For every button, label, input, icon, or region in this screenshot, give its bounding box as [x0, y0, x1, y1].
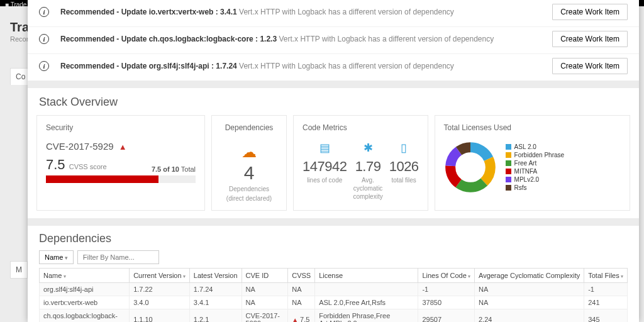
cell-cve: CVE-2017-5929 [242, 309, 288, 323]
code-metrics-card: Code Metrics ▤ 147942 lines of code✱ 1.7… [293, 115, 428, 211]
cell-license: Forbidden Phrase,Free Art,MPLv2.0 [315, 309, 418, 323]
cell-latest-version: 1.2.1 [189, 309, 242, 323]
licenses-heading: Total Licenses Used [444, 123, 621, 132]
recommendation-text: Recommended - Update ch.qos.logback:logb… [60, 35, 552, 43]
section-divider-2 [28, 218, 639, 226]
legend-swatch [506, 152, 511, 158]
dependencies-label2: (direct declared) [221, 194, 277, 203]
legend-label: MITNFA [514, 168, 538, 175]
table-header[interactable]: Avgerage Cyclomatic Complexity [475, 269, 584, 283]
legend-item: Rsfs [506, 184, 565, 191]
cell-current-version: 1.7.22 [130, 283, 190, 296]
table-header[interactable]: Current Version [130, 269, 190, 283]
cell-files: 241 [584, 296, 628, 309]
legend-label: Forbidden Phrase [514, 152, 565, 158]
bg-tab2-partial: M [10, 261, 28, 279]
security-heading: Security [46, 123, 196, 132]
info-icon: i [39, 61, 49, 71]
info-icon: i [39, 7, 49, 17]
legend-label: ASL 2.0 [514, 143, 536, 150]
cell-name: io.vertx:vertx-web [40, 296, 130, 309]
table-row: ch.qos.logback:logback-core 1.1.10 1.2.1… [40, 309, 628, 323]
legend-item: MITNFA [506, 168, 565, 175]
metric-value: 147942 [303, 158, 347, 175]
cell-loc: 37850 [418, 296, 475, 309]
table-header[interactable]: Lines Of Code [418, 269, 475, 283]
cvss-score: 7.5 CVSS score [46, 157, 107, 173]
cell-latest-version: 3.4.1 [189, 296, 242, 309]
cell-current-version: 1.1.10 [130, 309, 190, 323]
recommendation-row: i Recommended - Update io.vertx:vertx-we… [28, 0, 639, 27]
cvss-bar [46, 175, 196, 183]
recommendation-row: i Recommended - Update org.slf4j:slf4j-a… [28, 54, 639, 80]
table-header[interactable]: CVSS [288, 269, 315, 283]
create-work-item-button[interactable]: Create Work Item [552, 4, 628, 20]
cell-name: org.slf4j:slf4j-api [40, 283, 130, 296]
license-legend: ASL 2.0Forbidden PhraseFree ArtMITNFAMPL… [506, 142, 565, 192]
filter-field-button[interactable]: Name [39, 250, 74, 264]
security-card: Security CVE-2017-5929 ▲ 7.5 CVSS score … [36, 115, 205, 211]
cell-license [315, 283, 418, 296]
dependencies-icon: ☁ [242, 143, 257, 161]
legend-swatch [506, 144, 511, 150]
cell-files: -1 [584, 283, 628, 296]
cell-name: ch.qos.logback:logback-core [40, 309, 130, 323]
metrics-heading: Code Metrics [303, 123, 419, 132]
table-header[interactable]: Name [40, 269, 130, 283]
warning-icon: ▲ [119, 142, 127, 152]
cell-cve: NA [242, 296, 288, 309]
create-work-item-button[interactable]: Create Work Item [552, 58, 628, 74]
legend-label: Rsfs [514, 184, 527, 191]
table-header[interactable]: License [315, 269, 418, 283]
cell-files: 345 [584, 309, 628, 323]
stack-overview-title: Stack Overview [28, 88, 639, 113]
recommendation-row: i Recommended - Update ch.qos.logback:lo… [28, 27, 639, 54]
legend-item: MPLv2.0 [506, 176, 565, 183]
dependencies-label1: Dependencies [221, 185, 277, 193]
dependencies-count: 4 [221, 162, 277, 184]
dependencies-heading: Dependencies [221, 123, 277, 132]
legend-item: ASL 2.0 [506, 143, 565, 150]
cell-acc: NA [475, 283, 584, 296]
legend-item: Forbidden Phrase [506, 152, 565, 158]
table-header[interactable]: Latest Version [189, 269, 242, 283]
cell-acc: 2.24 [475, 309, 584, 323]
metric-value: 1.79 [353, 158, 382, 175]
metric-item: ▯ 1026 total files [389, 141, 419, 201]
table-header[interactable]: CVE ID [242, 269, 288, 283]
cell-cvss: NA [288, 296, 315, 309]
metric-item: ✱ 1.79 Avg. cyclomatic complexity [353, 141, 382, 201]
table-row: io.vertx:vertx-web 3.4.0 3.4.1 NA NA ASL… [40, 296, 628, 309]
cvss-total-val: 7.5 of 10 [152, 165, 179, 173]
recommendation-text: Recommended - Update io.vertx:vertx-web … [60, 8, 552, 16]
metric-label: Avg. cyclomatic complexity [353, 176, 382, 201]
legend-item: Free Art [506, 160, 565, 167]
dependencies-section-title: Dependencies [28, 226, 639, 250]
cell-current-version: 3.4.0 [130, 296, 190, 309]
create-work-item-button[interactable]: Create Work Item [552, 31, 628, 47]
overview-cards: Security CVE-2017-5929 ▲ 7.5 CVSS score … [28, 113, 639, 218]
metric-icon: ✱ [353, 141, 382, 155]
metric-icon: ▤ [303, 141, 347, 155]
cell-latest-version: 1.7.24 [189, 283, 242, 296]
table-row: org.slf4j:slf4j-api 1.7.22 1.7.24 NA NA … [40, 283, 628, 296]
cell-loc: -1 [418, 283, 475, 296]
cvss-bar-fill [46, 175, 158, 183]
cell-loc: 29507 [418, 309, 475, 323]
cvss-total: 7.5 of 10 Total [152, 165, 196, 173]
legend-swatch [506, 177, 511, 182]
table-header[interactable]: Total Files [584, 269, 628, 283]
metric-item: ▤ 147942 lines of code [303, 141, 347, 201]
cve-id: CVE-2017-5929 [46, 141, 114, 152]
legend-label: Free Art [514, 160, 537, 167]
legend-swatch [506, 169, 511, 174]
metric-label: total files [389, 176, 419, 184]
metric-icon: ▯ [389, 141, 419, 155]
section-divider [28, 80, 639, 88]
recommendation-text: Recommended - Update org.slf4j:slf4j-api… [60, 62, 552, 70]
filter-input[interactable] [77, 250, 159, 264]
legend-swatch [506, 185, 511, 191]
cvss-score-label: CVSS score [69, 163, 107, 170]
legend-swatch [506, 160, 511, 166]
cvss-total-suffix: Total [179, 165, 196, 173]
